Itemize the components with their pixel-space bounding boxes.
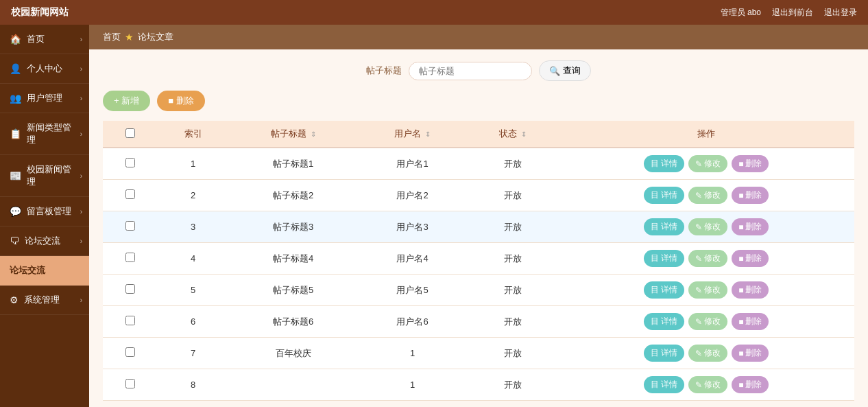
search-button[interactable]: 🔍 查询	[539, 60, 591, 81]
detail-button[interactable]: 目 详情	[644, 155, 684, 172]
row-status: 开放	[468, 148, 559, 180]
table-row: 8 1 开放 目 详情 ✎ 修改 ■ 删除	[103, 369, 854, 401]
edit-label: 修改	[704, 221, 721, 233]
delete-row-button[interactable]: ■ 删除	[732, 250, 769, 267]
edit-label: 修改	[704, 379, 721, 391]
edit-label: 修改	[704, 347, 721, 359]
row-checkbox-cell	[103, 148, 157, 180]
sidebar-item-forum-active[interactable]: 论坛交流	[0, 256, 89, 286]
row-checkbox[interactable]	[125, 379, 135, 388]
row-checkbox[interactable]	[125, 253, 135, 262]
col-username: 用户名 ⇕	[357, 121, 467, 148]
new-button[interactable]: + 新增	[103, 91, 150, 111]
select-all-checkbox[interactable]	[125, 128, 135, 138]
delete-label: 删除	[745, 221, 762, 233]
sidebar-item-label: 个人中心	[27, 62, 62, 75]
row-title: 帖子标题2	[229, 180, 357, 211]
logout-btn[interactable]: 退出登录	[824, 7, 857, 19]
detail-icon: 目	[651, 316, 659, 327]
sidebar-item-label: 用户管理	[27, 92, 62, 104]
sort-icon: ⇕	[311, 130, 316, 138]
sidebar-item-news-type[interactable]: 📋 新闻类型管理 ›	[0, 113, 89, 155]
edit-button[interactable]: ✎ 修改	[688, 345, 727, 362]
edit-button[interactable]: ✎ 修改	[688, 187, 727, 204]
edit-button[interactable]: ✎ 修改	[688, 218, 727, 235]
delete-row-button[interactable]: ■ 删除	[732, 187, 769, 204]
batch-delete-button[interactable]: ■ 删除	[157, 91, 204, 111]
back-btn[interactable]: 退出到前台	[772, 7, 813, 19]
row-title: 帖子标题3	[229, 211, 357, 243]
edit-icon: ✎	[695, 349, 702, 358]
sidebar-item-forum[interactable]: 🗨 论坛交流 ›	[0, 226, 89, 256]
action-buttons: + 新增 ■ 删除	[103, 91, 854, 111]
admin-label: 管理员 abo	[721, 7, 761, 19]
edit-button[interactable]: ✎ 修改	[688, 313, 727, 330]
detail-button[interactable]: 目 详情	[644, 281, 684, 299]
table-row: 3 帖子标题3 用户名3 开放 目 详情 ✎ 修改 ■ 删除	[103, 211, 854, 243]
detail-label: 详情	[661, 221, 677, 233]
row-checkbox[interactable]	[125, 316, 135, 325]
row-checkbox-cell	[103, 180, 157, 211]
detail-icon: 目	[651, 158, 659, 170]
sidebar-item-home[interactable]: 🏠 首页 ›	[0, 25, 89, 54]
col-checkbox	[103, 121, 157, 148]
edit-button[interactable]: ✎ 修改	[688, 155, 727, 172]
detail-label: 详情	[661, 316, 677, 327]
edit-button[interactable]: ✎ 修改	[688, 281, 727, 299]
sort-icon: ⇕	[521, 130, 527, 138]
sidebar-item-label: 系统管理	[24, 294, 60, 306]
sidebar-item-message-board[interactable]: 💬 留言板管理 ›	[0, 197, 89, 226]
chevron-icon: ›	[80, 208, 82, 216]
table-row: 7 百年校庆 1 开放 目 详情 ✎ 修改 ■ 删除	[103, 338, 854, 369]
row-actions: 目 详情 ✎ 修改 ■ 删除	[559, 338, 854, 369]
row-status: 开放	[468, 306, 559, 338]
detail-label: 详情	[661, 158, 677, 170]
delete-row-button[interactable]: ■ 删除	[732, 218, 769, 235]
delete-row-button[interactable]: ■ 删除	[732, 376, 769, 393]
detail-button[interactable]: 目 详情	[644, 187, 684, 204]
delete-row-button[interactable]: ■ 删除	[732, 155, 769, 172]
row-index: 5	[157, 275, 229, 306]
row-checkbox[interactable]	[125, 189, 135, 199]
row-checkbox[interactable]	[125, 221, 135, 231]
sidebar-item-personal[interactable]: 👤 个人中心 ›	[0, 54, 89, 84]
search-label: 帖子标题	[366, 65, 402, 77]
row-checkbox[interactable]	[125, 158, 135, 167]
detail-label: 详情	[661, 189, 677, 201]
detail-button[interactable]: 目 详情	[644, 376, 684, 393]
row-checkbox[interactable]	[125, 284, 135, 294]
row-actions: 目 详情 ✎ 修改 ■ 删除	[559, 180, 854, 211]
delete-row-button[interactable]: ■ 删除	[732, 313, 769, 330]
main-layout: 🏠 首页 › 👤 个人中心 › 👥 用户管理 › 📋 新闻类型管理 › 📰 校园…	[0, 25, 868, 407]
main-content: 首页 ★ 论坛文章 帖子标题 🔍 查询 + 新增 ■ 删除	[89, 25, 868, 407]
row-username: 用户名4	[357, 243, 467, 275]
sidebar-item-school-news[interactable]: 📰 校园新闻管理 ›	[0, 155, 89, 197]
row-index: 2	[157, 180, 229, 211]
row-title: 帖子标题6	[229, 306, 357, 338]
detail-icon: 目	[651, 253, 659, 264]
row-checkbox-cell	[103, 275, 157, 306]
sidebar-item-user-mgmt[interactable]: 👥 用户管理 ›	[0, 84, 89, 113]
sidebar-item-system[interactable]: ⚙ 系统管理 ›	[0, 286, 89, 315]
table-row: 6 帖子标题6 用户名6 开放 目 详情 ✎ 修改 ■ 删除	[103, 306, 854, 338]
detail-button[interactable]: 目 详情	[644, 345, 684, 362]
table-row: 5 帖子标题5 用户名5 开放 目 详情 ✎ 修改 ■ 删除	[103, 275, 854, 306]
delete-row-button[interactable]: ■ 删除	[732, 281, 769, 299]
edit-label: 修改	[704, 158, 721, 170]
delete-row-button[interactable]: ■ 删除	[732, 345, 769, 362]
row-checkbox[interactable]	[125, 347, 135, 357]
edit-button[interactable]: ✎ 修改	[688, 250, 727, 267]
home-icon: 🏠	[10, 34, 21, 45]
edit-button[interactable]: ✎ 修改	[688, 376, 727, 393]
detail-button[interactable]: 目 详情	[644, 218, 684, 235]
detail-button[interactable]: 目 详情	[644, 313, 684, 330]
detail-icon: 目	[651, 347, 659, 359]
delete-label: 删除	[745, 379, 762, 391]
search-btn-label: 查询	[563, 65, 581, 77]
detail-button[interactable]: 目 详情	[644, 250, 684, 267]
detail-icon: 目	[651, 189, 659, 201]
detail-label: 详情	[661, 347, 677, 359]
search-input[interactable]	[409, 62, 532, 80]
nav-actions: 管理员 abo 退出到前台 退出登录	[721, 7, 857, 19]
top-navigation: 校园新闻网站 管理员 abo 退出到前台 退出登录	[0, 0, 868, 25]
